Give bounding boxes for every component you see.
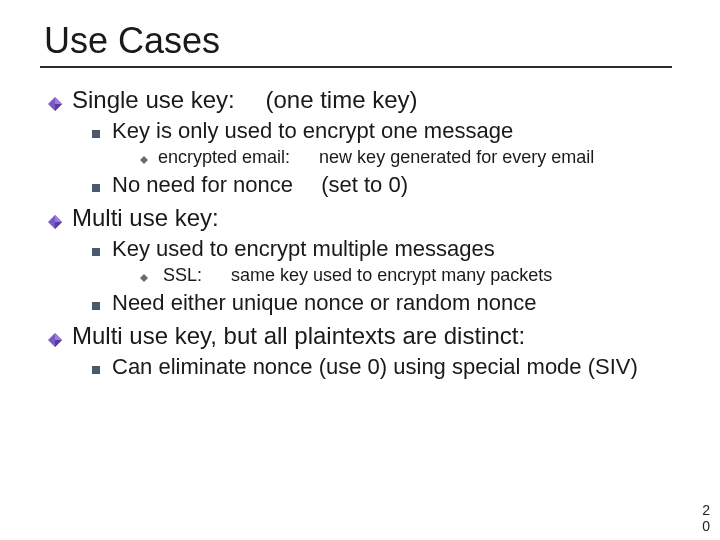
- sub-bullet: No need for nonce (set to 0): [92, 172, 676, 198]
- square-icon: [92, 248, 100, 256]
- detail-b: same key used to encrypt many packets: [231, 265, 552, 285]
- square-icon: [92, 184, 100, 192]
- bullet-text: Single use key: (one time key): [72, 86, 418, 114]
- page-a: 2: [702, 503, 710, 518]
- diamond-icon: [48, 333, 62, 347]
- subsub-bullet: SSL: same key used to encrypt many packe…: [140, 265, 676, 286]
- bullet-text: Can eliminate nonce (use 0) using specia…: [112, 354, 638, 380]
- sub-bullet: Can eliminate nonce (use 0) using specia…: [92, 354, 676, 380]
- svg-marker-6: [55, 222, 62, 229]
- bullet-text: Need either unique nonce or random nonce: [112, 290, 536, 316]
- sub-bullet: Key used to encrypt multiple messages: [92, 236, 676, 262]
- svg-marker-1: [55, 97, 62, 104]
- square-icon: [92, 302, 100, 310]
- line-note: (set to 0): [321, 172, 408, 197]
- subsub-bullet: encrypted email: new key generated for e…: [140, 147, 676, 168]
- svg-marker-2: [55, 104, 62, 111]
- sub-bullet: Need either unique nonce or random nonce: [92, 290, 676, 316]
- diamond-icon: [48, 215, 62, 229]
- bullet-text: No need for nonce (set to 0): [112, 172, 408, 198]
- slide-content: Single use key: (one time key) Key is on…: [48, 86, 676, 380]
- detail-a: SSL:: [163, 265, 202, 285]
- line-a: No need for nonce: [112, 172, 293, 197]
- bullet-text: Multi use key, but all plaintexts are di…: [72, 322, 525, 350]
- heading-a: Single use key:: [72, 86, 235, 113]
- bullet-single-use-key: Single use key: (one time key): [48, 86, 676, 114]
- small-diamond-icon: [140, 274, 148, 282]
- square-icon: [92, 366, 100, 374]
- detail-a: encrypted email:: [158, 147, 290, 167]
- bullet-text: SSL: same key used to encrypt many packe…: [158, 265, 552, 286]
- small-diamond-icon: [140, 156, 148, 164]
- svg-marker-3: [140, 156, 148, 164]
- title-rule: [40, 66, 672, 68]
- page-b: 0: [702, 519, 710, 534]
- svg-marker-9: [55, 333, 62, 340]
- slide-title: Use Cases: [44, 20, 676, 62]
- bullet-text: encrypted email: new key generated for e…: [158, 147, 594, 168]
- svg-marker-5: [55, 215, 62, 222]
- diamond-icon: [48, 97, 62, 111]
- svg-marker-10: [55, 340, 62, 347]
- sub-bullet: Key is only used to encrypt one message: [92, 118, 676, 144]
- bullet-text: Key used to encrypt multiple messages: [112, 236, 495, 262]
- square-icon: [92, 130, 100, 138]
- bullet-text: Key is only used to encrypt one message: [112, 118, 513, 144]
- page-number: 2 0: [702, 503, 710, 534]
- bullet-multi-use-key: Multi use key:: [48, 204, 676, 232]
- bullet-multi-use-distinct: Multi use key, but all plaintexts are di…: [48, 322, 676, 350]
- svg-marker-7: [140, 274, 148, 282]
- heading-note: (one time key): [265, 86, 417, 113]
- bullet-text: Multi use key:: [72, 204, 219, 232]
- slide: Use Cases Single use key: (one time key)…: [0, 0, 720, 540]
- detail-b: new key generated for every email: [319, 147, 594, 167]
